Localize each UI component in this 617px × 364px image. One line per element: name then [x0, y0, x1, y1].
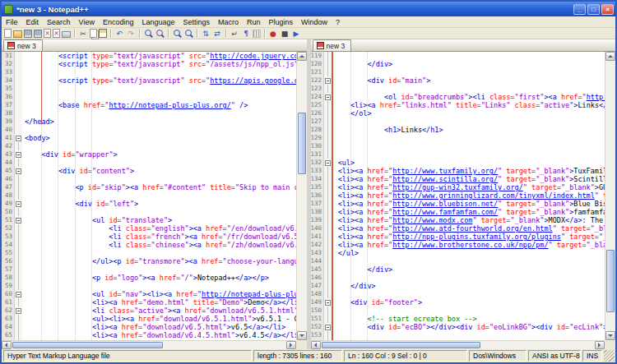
code-line: <script type="text/javascript" src="http…	[25, 52, 296, 60]
menu-language[interactable]: Language	[137, 17, 179, 27]
scrollbar-track[interactable]	[297, 61, 307, 331]
new-file-icon[interactable]	[4, 29, 12, 38]
maximize-button[interactable]: □	[587, 4, 600, 15]
vertical-scrollbar-right[interactable]	[605, 52, 615, 340]
scroll-down-button[interactable]	[297, 331, 307, 340]
horizontal-scrollbar-right[interactable]	[311, 340, 605, 349]
fold-guide	[15, 241, 22, 249]
fold-collapse-marker[interactable]	[324, 93, 332, 101]
vertical-scrollbar-left[interactable]	[296, 52, 307, 340]
menu-view[interactable]: View	[75, 17, 99, 27]
save-all-icon[interactable]	[34, 30, 42, 38]
fold-guide	[15, 224, 22, 233]
code-line: <ol id="breadcrumbs"><li class="first"><…	[334, 93, 605, 101]
scrollbar-track[interactable]	[605, 61, 615, 331]
sc roll-right-button[interactable]	[286, 341, 296, 349]
status-typing-mode[interactable]: INS	[582, 350, 602, 362]
fold-collapse-marker[interactable]	[324, 323, 332, 331]
fold-collapse-marker[interactable]	[15, 150, 22, 159]
menu-file[interactable]: File	[2, 17, 22, 27]
code-line	[25, 175, 296, 183]
word-wrap-icon[interactable]: ↵	[230, 29, 239, 39]
fold-collapse-marker[interactable]	[15, 306, 22, 315]
menu-help[interactable]: ?	[332, 17, 344, 27]
close-button[interactable]: ×	[601, 4, 614, 15]
toolbar-separator	[139, 29, 140, 38]
scroll-down-button[interactable]	[605, 331, 615, 340]
code-area[interactable]: <script type="text/javascript" src="http…	[22, 52, 296, 340]
fold-collapse-marker[interactable]	[15, 134, 22, 142]
menu-macro[interactable]: Macro	[214, 17, 243, 27]
sync-vertical-scrolling-icon[interactable]: ⇅	[201, 29, 211, 39]
print-icon[interactable]	[62, 31, 71, 38]
tab-new-3-right[interactable]: new 3	[313, 39, 352, 51]
show-all-characters-icon[interactable]: ¶	[241, 29, 251, 39]
scrollbar-thumb[interactable]	[298, 113, 306, 175]
find-icon[interactable]	[143, 29, 153, 39]
open-file-icon[interactable]	[13, 30, 22, 38]
fold-guide	[324, 331, 332, 339]
sync-horizontal-scrolling-icon[interactable]: ⇄	[212, 29, 222, 39]
fold-margin[interactable]	[324, 52, 332, 340]
menu-search[interactable]: Search	[43, 17, 75, 27]
fold-guide	[15, 76, 22, 85]
menu-encoding[interactable]: Encoding	[99, 17, 138, 27]
save-file-icon[interactable]	[24, 30, 32, 38]
code-line	[334, 150, 605, 159]
fold-collapse-marker[interactable]	[15, 290, 22, 298]
fold-collapse-marker[interactable]	[15, 167, 22, 175]
tab-new-3-left[interactable]: new 3	[3, 39, 43, 51]
menu-edit[interactable]: Edit	[22, 17, 44, 27]
scrollbar-track[interactable]	[321, 341, 596, 349]
menu-plugins[interactable]: Plugins	[265, 17, 298, 27]
line-number: 119	[311, 52, 323, 60]
macro-stop-icon[interactable]: ■	[280, 29, 290, 39]
scroll-right-button[interactable]	[595, 341, 605, 349]
fold-collapse-marker[interactable]	[324, 76, 332, 85]
cut-icon[interactable]: ✂	[78, 29, 88, 39]
replace-icon[interactable]	[155, 29, 165, 39]
line-number: 51	[2, 216, 14, 224]
scroll-up-button[interactable]	[297, 52, 307, 61]
status-eol-format[interactable]: Dos\Windows	[469, 350, 527, 362]
fold-guide	[15, 175, 22, 183]
scroll-left-button[interactable]	[2, 341, 12, 349]
zoom-out-icon[interactable]	[183, 29, 193, 39]
line-number: 56	[2, 257, 14, 265]
scrollbar-track[interactable]	[12, 341, 286, 349]
scroll-up-button[interactable]	[605, 52, 615, 61]
indent-guide-icon[interactable]	[253, 30, 261, 38]
scrollbar-thumb[interactable]	[12, 342, 163, 348]
code-line: <div id="wrapper">	[25, 150, 296, 159]
fold-collapse-marker[interactable]	[15, 216, 22, 224]
scroll-left-button[interactable]	[311, 341, 321, 349]
menu-run[interactable]: Run	[243, 17, 265, 27]
fold-collapse-marker[interactable]	[324, 159, 332, 167]
title-bar[interactable]: *new 3 - Notepad++ _ □ ×	[2, 2, 615, 16]
minimize-button[interactable]: _	[573, 4, 586, 15]
redo-icon[interactable]: ↷	[126, 29, 136, 39]
fold-margin[interactable]	[15, 52, 22, 340]
fold-collapse-marker[interactable]	[324, 298, 332, 306]
paste-icon[interactable]	[99, 29, 107, 38]
close-file-icon[interactable]: ×	[44, 29, 51, 38]
macro-record-icon[interactable]: ●	[268, 29, 278, 39]
status-encoding[interactable]: ANSI as UTF-8	[528, 350, 581, 362]
editor-left[interactable]: 3132333435363738394041424344454647484950…	[2, 52, 307, 340]
editor-right[interactable]: 1191201211221231241251261271281291301311…	[311, 52, 616, 340]
resize-grip[interactable]	[604, 350, 615, 362]
code-area[interactable]: </div> <div id="main"> <ol id="breadcrum…	[332, 52, 605, 340]
fold-collapse-marker[interactable]	[15, 200, 22, 208]
copy-icon[interactable]	[90, 29, 97, 38]
scrollbar-thumb[interactable]	[322, 342, 480, 348]
zoom-in-icon[interactable]	[172, 29, 182, 39]
scrollbar-thumb[interactable]	[606, 250, 615, 312]
menu-window[interactable]: Window	[297, 17, 332, 27]
horizontal-scrollbar-left[interactable]	[2, 340, 296, 349]
undo-icon[interactable]: ↶	[114, 29, 124, 39]
code-line	[334, 306, 605, 315]
close-all-icon[interactable]: ×	[53, 29, 60, 38]
menu-settings[interactable]: Settings	[179, 17, 215, 27]
macro-play-icon[interactable]: ▶	[291, 29, 301, 39]
line-number: 63	[2, 315, 14, 323]
